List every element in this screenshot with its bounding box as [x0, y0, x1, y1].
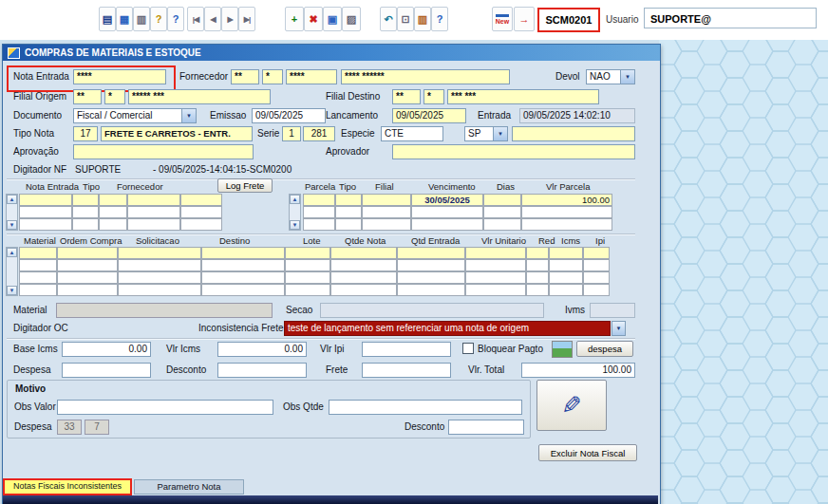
prev-record-button[interactable]: ◀ [204, 7, 221, 31]
grid-cell[interactable] [19, 194, 72, 206]
undo-button[interactable]: ↶ [380, 7, 397, 31]
grid-cell[interactable] [201, 247, 285, 259]
grid-cell[interactable] [335, 218, 362, 231]
vlr-icms-field[interactable]: 0.00 [217, 342, 307, 357]
material-grid-scrollbar[interactable]: ▲▼ [6, 247, 18, 296]
excluir-nota-fiscal-button[interactable]: Excluir Nota Fiscal [538, 444, 637, 461]
preview-button[interactable]: ▦ [116, 7, 133, 31]
save-button[interactable]: ▤ [99, 7, 116, 31]
grid-cell[interactable] [583, 247, 610, 259]
despesa-button[interactable]: despesa [576, 341, 633, 357]
grid-cell[interactable] [465, 271, 526, 284]
grid-cell[interactable] [19, 271, 57, 284]
query-run-button[interactable]: ? [167, 7, 184, 31]
fornecedor-nome-field[interactable]: **** ****** [341, 69, 510, 84]
scroll-up-icon[interactable]: ▲ [290, 195, 300, 204]
grid-cell[interactable] [201, 271, 285, 284]
scroll-down-icon[interactable]: ▼ [7, 286, 17, 295]
log-frete-button[interactable]: Log Frete [217, 178, 273, 193]
grid-cell[interactable] [285, 259, 330, 271]
new-note-button[interactable]: New [492, 7, 513, 31]
chevron-down-icon[interactable]: ▼ [181, 109, 196, 122]
filial-destino-nome-field[interactable]: *** *** [447, 89, 599, 104]
last-record-button[interactable]: ▶| [238, 7, 255, 31]
exit-button[interactable]: → [514, 7, 535, 31]
query-edit-button[interactable]: ? [150, 7, 167, 31]
fornecedor-cod-field[interactable]: ** [231, 69, 259, 84]
obs-valor-field[interactable] [57, 400, 273, 415]
frete-field[interactable] [362, 363, 451, 378]
grid-cell[interactable] [180, 194, 222, 206]
grid-cell[interactable] [118, 247, 201, 259]
bloquear-pagto-checkbox[interactable] [462, 343, 474, 354]
nota-numero-field[interactable]: 281 [303, 126, 335, 141]
grid-cell[interactable] [330, 247, 397, 259]
lancamento-field[interactable]: 09/05/2025 [392, 108, 466, 123]
grid-cell[interactable] [521, 206, 612, 218]
grid-cell[interactable] [335, 194, 362, 206]
grid-cell[interactable] [465, 259, 526, 271]
grid-cell[interactable] [72, 194, 99, 206]
base-icms-field[interactable]: 0.00 [62, 342, 151, 357]
grid-cell[interactable] [549, 247, 583, 259]
grid-cell[interactable] [411, 218, 483, 231]
grid-cell[interactable] [465, 284, 526, 296]
grid-cell[interactable] [303, 194, 335, 206]
grid-cell[interactable] [303, 218, 335, 231]
edit-note-button[interactable]: ✎ [536, 380, 607, 431]
vencimento-cell[interactable]: 30/05/2025 [411, 194, 483, 206]
delete-record-button[interactable]: ✖ [304, 7, 323, 31]
uf-combo[interactable]: SP▼ [464, 126, 508, 141]
grid-cell[interactable] [330, 271, 397, 284]
grid-cell[interactable] [72, 206, 99, 218]
grid-cell[interactable] [549, 271, 583, 284]
title-bar[interactable]: COMPRAS DE MATERIAIS E ESTOQUE [3, 45, 660, 61]
aprovador-field[interactable] [392, 144, 635, 159]
grid-cell[interactable] [397, 247, 465, 259]
grid-cell[interactable] [583, 284, 610, 296]
grid-cell[interactable] [397, 271, 465, 284]
obs-qtde-field[interactable] [329, 400, 522, 415]
scroll-up-icon[interactable]: ▲ [7, 248, 17, 257]
scroll-down-icon[interactable]: ▼ [7, 220, 17, 230]
print-button[interactable]: ▥ [133, 7, 150, 31]
grid-cell[interactable] [118, 284, 201, 296]
grid-cell[interactable] [411, 206, 483, 218]
desconto-field[interactable] [217, 363, 307, 378]
grid-cell[interactable] [330, 284, 397, 296]
documento-combo[interactable]: Fiscal / Comercial▼ [73, 108, 197, 123]
inconsistencia-dropdown-icon[interactable]: ▼ [612, 321, 626, 336]
motivo-desconto-field[interactable] [448, 420, 524, 435]
tab-parametro-nota[interactable]: Parametro Nota [134, 479, 244, 495]
grid-cell[interactable] [19, 247, 57, 259]
grid-cell[interactable] [127, 218, 180, 231]
especie-field[interactable]: CTE [381, 126, 443, 141]
grid-cell[interactable] [180, 206, 222, 218]
grid-cell[interactable] [201, 284, 285, 296]
aprovacao-field[interactable] [73, 144, 254, 159]
filial-destino-cod-field[interactable]: ** [392, 89, 421, 104]
grid-cell[interactable] [285, 271, 330, 284]
vlr-parcela-cell[interactable]: 100.00 [521, 194, 612, 206]
grid-cell[interactable] [19, 206, 72, 218]
grid-cell[interactable] [99, 206, 127, 218]
fornecedor-dig-field[interactable]: * [262, 69, 283, 84]
grid-cell[interactable] [19, 284, 57, 296]
image-icon[interactable] [552, 341, 573, 358]
grid-cell[interactable] [549, 259, 583, 271]
parcela-grid-scrollbar[interactable]: ▲▼ [289, 194, 301, 231]
grid-cell[interactable] [483, 194, 521, 206]
grid-cell[interactable] [57, 247, 118, 259]
grid-cell[interactable] [330, 259, 397, 271]
first-record-button[interactable]: |◀ [187, 7, 204, 31]
next-record-button[interactable]: ▶ [221, 7, 238, 31]
grid-cell[interactable] [99, 218, 127, 231]
scroll-down-icon[interactable]: ▼ [290, 220, 300, 230]
nota-entrada-field[interactable]: **** [73, 69, 166, 84]
filial-origem-dig-field[interactable]: * [104, 89, 125, 104]
chevron-down-icon[interactable]: ▼ [493, 127, 507, 140]
grid-cell[interactable] [118, 259, 201, 271]
grid-cell[interactable] [19, 259, 57, 271]
grid-cell[interactable] [397, 259, 465, 271]
insert-record-button[interactable]: + [285, 7, 304, 31]
